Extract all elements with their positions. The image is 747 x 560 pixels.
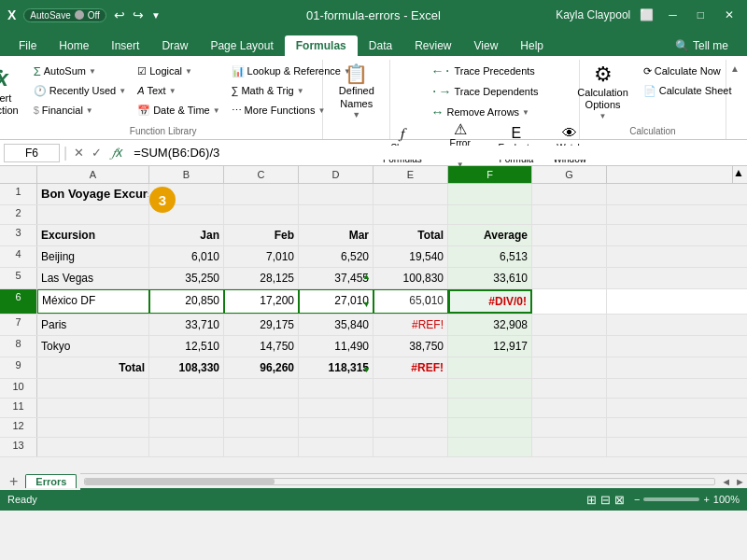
cell-F8[interactable]: 12,917 — [448, 336, 532, 357]
cell-D5[interactable]: 37,455▲ — [299, 268, 374, 288]
date-time-dropdown[interactable]: ▼ — [213, 106, 220, 115]
cell-B5[interactable]: 35,250 — [149, 268, 224, 288]
tab-help[interactable]: Help — [509, 35, 555, 56]
cell-C1[interactable] — [224, 184, 299, 204]
insert-function-button[interactable]: 𝑓x InsertFunction — [0, 62, 26, 121]
cell-D4[interactable]: 6,520 — [299, 246, 374, 267]
cell-D8[interactable]: 11,490 — [299, 336, 374, 357]
cell-B10[interactable] — [149, 379, 224, 398]
remove-arrows-dropdown[interactable]: ▼ — [522, 108, 529, 117]
error-checking-button[interactable]: ⚠ ErrorChecking ▼ — [433, 121, 487, 168]
financial-dropdown[interactable]: ▼ — [86, 106, 93, 115]
cell-D12[interactable] — [299, 418, 374, 437]
cell-A13[interactable] — [37, 438, 149, 456]
cell-A9[interactable]: Total — [37, 357, 149, 378]
cell-C6[interactable]: 17,200 — [224, 289, 299, 314]
cell-B13[interactable] — [149, 438, 224, 456]
defined-names-dropdown[interactable]: ▼ — [352, 110, 360, 120]
cell-E7[interactable]: #REF! — [374, 315, 448, 335]
tab-file[interactable]: File — [7, 35, 48, 56]
cell-D10[interactable] — [299, 379, 374, 398]
sheet-tab-errors[interactable]: Errors — [25, 474, 77, 488]
cell-reference-box[interactable]: F6 — [4, 144, 60, 162]
tab-draw[interactable]: Draw — [150, 35, 199, 56]
cell-D9[interactable]: 118,315▼ — [299, 357, 374, 378]
cell-D1[interactable] — [299, 184, 374, 204]
cell-A5[interactable]: Las Vegas — [37, 268, 149, 288]
zoom-in-btn[interactable]: + — [703, 494, 709, 505]
cell-A7[interactable]: Paris — [37, 315, 149, 335]
scroll-top[interactable]: ▲ — [732, 166, 747, 183]
cell-C7[interactable]: 29,175 — [224, 315, 299, 335]
h-scroll-track[interactable] — [84, 478, 715, 485]
page-break-view-icon[interactable]: ⊠ — [614, 493, 625, 507]
ribbon-collapse[interactable]: ▲ — [726, 60, 743, 139]
remove-arrows-button[interactable]: ↔ Remove Arrows ▼ — [427, 103, 542, 121]
text-button[interactable]: A Text ▼ — [134, 81, 223, 100]
zoom-slider[interactable] — [643, 497, 699, 501]
autosum-button[interactable]: Σ AutoSum ▼ — [30, 62, 130, 80]
tab-tell-me[interactable]: 🔍 Tell me — [664, 35, 740, 56]
col-header-B[interactable]: B — [149, 166, 224, 183]
cell-B7[interactable]: 33,710 — [149, 315, 224, 335]
col-header-E[interactable]: E — [374, 166, 448, 183]
cell-G9[interactable] — [532, 357, 607, 378]
cell-E3[interactable]: Total — [374, 225, 448, 245]
cell-F7[interactable]: 32,908 — [448, 315, 532, 335]
cell-C11[interactable] — [224, 399, 299, 417]
cell-G5[interactable] — [532, 268, 607, 288]
cell-B3[interactable]: Jan — [149, 225, 224, 245]
cell-G10[interactable] — [532, 379, 607, 398]
evaluate-formula-button[interactable]: E EvaluateFormula — [490, 121, 542, 168]
cell-G7[interactable] — [532, 315, 607, 335]
scroll-left-btn[interactable]: ◄ — [719, 476, 733, 487]
cell-F9[interactable] — [448, 357, 532, 378]
text-dropdown[interactable]: ▼ — [169, 87, 176, 95]
cell-A2[interactable] — [37, 205, 149, 224]
cell-A10[interactable] — [37, 379, 149, 398]
trace-dependents-button[interactable]: ⬝→ Trace Dependents — [427, 82, 542, 101]
cell-E2[interactable] — [374, 205, 448, 224]
col-header-D[interactable]: D — [299, 166, 374, 183]
cell-E1[interactable] — [374, 184, 448, 204]
quick-access-more[interactable]: ▼ — [151, 10, 161, 21]
cell-A1[interactable]: Bon Voyage Excursions — [37, 184, 149, 204]
scroll-right-btn[interactable]: ► — [733, 476, 747, 487]
cell-G2[interactable] — [532, 205, 607, 224]
cell-E4[interactable]: 19,540 — [374, 246, 448, 267]
cell-B6[interactable]: 20,850 — [149, 289, 224, 314]
cell-F10[interactable] — [448, 379, 532, 398]
col-header-F[interactable]: F — [448, 166, 532, 183]
zoom-out-btn[interactable]: − — [634, 494, 640, 505]
cell-F1[interactable] — [448, 184, 532, 204]
cell-E9[interactable]: #REF! — [374, 357, 448, 378]
page-layout-view-icon[interactable]: ⊟ — [600, 493, 611, 507]
cancel-formula-btn[interactable]: ✕ — [71, 144, 87, 161]
cell-B8[interactable]: 12,510 — [149, 336, 224, 357]
cell-A8[interactable]: Tokyo — [37, 336, 149, 357]
recently-used-button[interactable]: 🕐 Recently Used ▼ — [30, 81, 130, 100]
tab-home[interactable]: Home — [48, 35, 100, 56]
minimize-btn[interactable]: ─ — [663, 7, 683, 23]
tab-insert[interactable]: Insert — [100, 35, 150, 56]
cell-F11[interactable] — [448, 399, 532, 417]
tab-view[interactable]: View — [463, 35, 510, 56]
cell-B11[interactable] — [149, 399, 224, 417]
cell-C3[interactable]: Feb — [224, 225, 299, 245]
cell-D6[interactable]: 27,010▼ — [299, 289, 374, 314]
tab-page-layout[interactable]: Page Layout — [199, 35, 284, 56]
cell-F2[interactable] — [448, 205, 532, 224]
cell-A4[interactable]: Beijing — [37, 246, 149, 267]
calculation-options-button[interactable]: ⚙ CalculationOptions ▼ — [570, 62, 635, 121]
cell-G12[interactable] — [532, 418, 607, 437]
cell-F13[interactable] — [448, 438, 532, 456]
cell-D7[interactable]: 35,840 — [299, 315, 374, 335]
grid-scroll[interactable]: 1 Bon Voyage Excursions 2 3 Excursion Ja… — [0, 184, 747, 473]
cell-E10[interactable] — [374, 379, 448, 398]
financial-button[interactable]: $ Financial ▼ — [30, 101, 130, 119]
maximize-btn[interactable]: □ — [692, 7, 710, 23]
cell-G4[interactable] — [532, 246, 607, 267]
cell-C13[interactable] — [224, 438, 299, 456]
cell-D11[interactable] — [299, 399, 374, 417]
logical-button[interactable]: ☑ Logical ▼ — [134, 62, 223, 80]
